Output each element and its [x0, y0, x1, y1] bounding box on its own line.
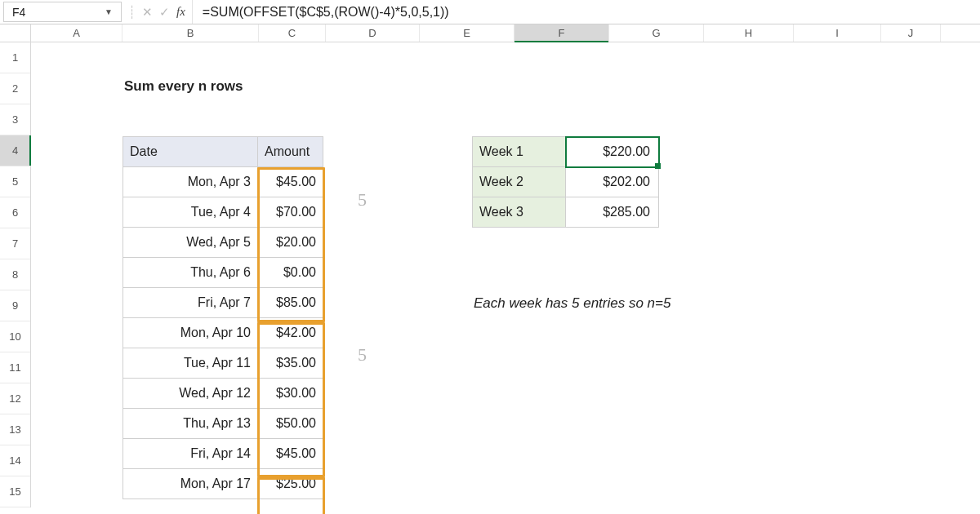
cell-amount[interactable]: $45.00: [258, 439, 323, 469]
column-header-F[interactable]: F: [514, 24, 609, 42]
row-header-14[interactable]: 14: [0, 445, 30, 476]
column-header-B[interactable]: B: [122, 24, 259, 42]
header-date[interactable]: Date: [123, 137, 258, 167]
sheet-title: Sum every n rows: [124, 78, 243, 95]
formula-text: =SUM(OFFSET($C$5,(ROW()-4)*5,0,5,1)): [203, 5, 449, 20]
week-label[interactable]: Week 1: [473, 137, 566, 167]
row-header-1[interactable]: 1: [0, 42, 30, 73]
cell-date[interactable]: Mon, Apr 3: [123, 167, 258, 197]
annotation-n-1: 5: [358, 189, 367, 210]
cell-amount[interactable]: $50.00: [258, 409, 323, 439]
row-header-4[interactable]: 4: [0, 135, 30, 166]
column-header-row: A B C D E F G H I J: [0, 24, 980, 42]
row-header-2[interactable]: 2: [0, 73, 30, 104]
row-header-12[interactable]: 12: [0, 383, 30, 414]
cell-amount[interactable]: $70.00: [258, 197, 323, 228]
row-header-6[interactable]: 6: [0, 197, 30, 228]
row-header-column: 1 2 3 4 5 6 7 8 9 10 11 12 13 14 15: [0, 42, 31, 507]
cell-date[interactable]: Thu, Apr 6: [123, 258, 258, 288]
formula-bar: F4 ▼ ┊ ✕ ✓ fx =SUM(OFFSET($C$5,(ROW()-4)…: [0, 0, 980, 24]
cancel-icon[interactable]: ✕: [142, 5, 153, 20]
row-header-11[interactable]: 11: [0, 352, 30, 383]
header-amount[interactable]: Amount: [258, 137, 323, 167]
cell-amount[interactable]: $0.00: [258, 258, 323, 288]
cell-date[interactable]: Mon, Apr 10: [123, 318, 258, 348]
annotation-n-2: 5: [358, 344, 367, 366]
row-header-15[interactable]: 15: [0, 476, 30, 507]
cell-amount[interactable]: $20.00: [258, 228, 323, 258]
column-header-I[interactable]: I: [794, 24, 881, 42]
spreadsheet-grid[interactable]: 1 2 3 4 5 6 7 8 9 10 11 12 13 14 15 Sum …: [0, 42, 980, 507]
column-header-G[interactable]: G: [609, 24, 704, 42]
enter-icon[interactable]: ✓: [159, 5, 170, 20]
cell-reference: F4: [12, 6, 25, 19]
cell-date[interactable]: Mon, Apr 17: [123, 469, 258, 499]
column-header-C[interactable]: C: [259, 24, 326, 42]
week-label[interactable]: Week 2: [473, 167, 566, 197]
formula-tools: ┊ ✕ ✓ fx: [122, 0, 193, 24]
cell-date[interactable]: Wed, Apr 5: [123, 228, 258, 258]
row-header-8[interactable]: 8: [0, 259, 30, 290]
cell-date[interactable]: Fri, Apr 14: [123, 439, 258, 469]
week-value[interactable]: $202.00: [566, 167, 659, 197]
cell-date[interactable]: Thu, Apr 13: [123, 409, 258, 439]
column-header-E[interactable]: E: [420, 24, 514, 42]
row-header-5[interactable]: 5: [0, 166, 30, 197]
cell-amount[interactable]: $42.00: [258, 318, 323, 348]
note-text: Each week has 5 entries so n=5: [474, 295, 670, 312]
week-value[interactable]: $285.00: [566, 197, 659, 228]
formula-input[interactable]: =SUM(OFFSET($C$5,(ROW()-4)*5,0,5,1)): [193, 0, 980, 24]
row-header-7[interactable]: 7: [0, 228, 30, 259]
cell-amount[interactable]: $25.00: [258, 469, 323, 499]
column-header-J[interactable]: J: [881, 24, 941, 42]
chevron-down-icon[interactable]: ▼: [105, 7, 113, 16]
cell-date[interactable]: Fri, Apr 7: [123, 288, 258, 318]
cell-amount[interactable]: $30.00: [258, 379, 323, 409]
row-header-10[interactable]: 10: [0, 321, 30, 352]
row-header-3[interactable]: 3: [0, 104, 30, 135]
cells-area[interactable]: Sum every n rows Date Amount Mon, Apr 3$…: [31, 42, 980, 507]
divider: ┊: [128, 5, 136, 20]
select-all-corner[interactable]: [0, 24, 31, 42]
cell-amount[interactable]: $45.00: [258, 167, 323, 197]
cell-date[interactable]: Tue, Apr 11: [123, 348, 258, 379]
data-table: Date Amount Mon, Apr 3$45.00 Tue, Apr 4$…: [122, 136, 323, 499]
week-label[interactable]: Week 3: [473, 197, 566, 228]
column-header-H[interactable]: H: [704, 24, 794, 42]
cell-date[interactable]: Tue, Apr 4: [123, 197, 258, 228]
column-header-A[interactable]: A: [31, 24, 122, 42]
name-box[interactable]: F4 ▼: [3, 2, 122, 22]
column-header-D[interactable]: D: [326, 24, 420, 42]
cell-amount[interactable]: $35.00: [258, 348, 323, 379]
row-header-9[interactable]: 9: [0, 290, 30, 321]
cell-amount[interactable]: $85.00: [258, 288, 323, 318]
fx-icon[interactable]: fx: [176, 5, 185, 19]
cell-date[interactable]: Wed, Apr 12: [123, 379, 258, 409]
summary-table: Week 1 $220.00 Week 2 $202.00 Week 3 $28…: [472, 136, 659, 228]
row-header-13[interactable]: 13: [0, 414, 30, 445]
week-value-selected[interactable]: $220.00: [566, 137, 659, 167]
